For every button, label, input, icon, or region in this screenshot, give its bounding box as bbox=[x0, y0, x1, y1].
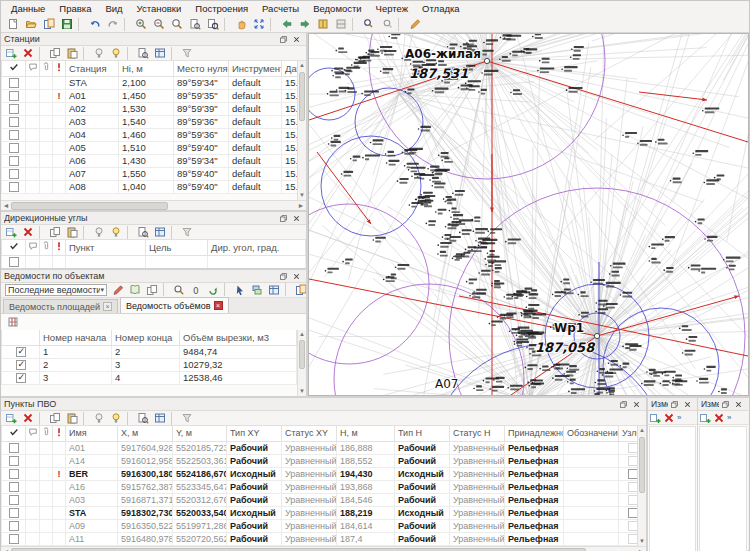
menu-item-отладка[interactable]: Отладка bbox=[416, 2, 466, 15]
search-b-icon[interactable] bbox=[378, 17, 395, 32]
float-icon[interactable] bbox=[668, 399, 681, 410]
report-icon[interactable] bbox=[152, 411, 168, 425]
tab-close-icon[interactable]: × bbox=[103, 302, 112, 311]
add-row-icon[interactable] bbox=[3, 411, 19, 425]
paste-icon[interactable] bbox=[64, 225, 80, 239]
node-checkbox[interactable] bbox=[628, 508, 638, 518]
column-header[interactable]: H, м bbox=[337, 426, 395, 441]
column-a-icon[interactable] bbox=[314, 17, 331, 32]
pencil-icon[interactable] bbox=[406, 17, 423, 32]
add-row-icon[interactable] bbox=[3, 46, 19, 60]
table-row[interactable]: 3412538,46 bbox=[2, 371, 297, 384]
pan-icon[interactable] bbox=[232, 17, 249, 32]
bulb-off-icon[interactable] bbox=[91, 225, 107, 239]
table-row[interactable]: A051,51089°59'40"default15.09 bbox=[2, 141, 298, 154]
row-checkbox[interactable] bbox=[9, 117, 19, 127]
bulb-on-icon[interactable] bbox=[108, 225, 124, 239]
check-column-icon[interactable] bbox=[2, 61, 26, 76]
new-document-icon[interactable] bbox=[4, 17, 21, 32]
column-header[interactable]: Тип XY bbox=[227, 426, 282, 441]
node-checkbox[interactable] bbox=[628, 469, 638, 479]
preview-icon[interactable] bbox=[186, 17, 203, 32]
attachment-column-icon[interactable] bbox=[40, 426, 53, 441]
table-row[interactable]: A041,46089°59'36"default15.09 bbox=[2, 128, 298, 141]
filter-icon[interactable] bbox=[179, 225, 195, 239]
paste-icon[interactable] bbox=[64, 411, 80, 425]
map-canvas[interactable]: А06-жилая187,531Wp1187,058A07 bbox=[308, 33, 749, 396]
column-header[interactable]: Тип H bbox=[395, 426, 450, 441]
row-checkbox[interactable] bbox=[9, 182, 19, 192]
node-checkbox[interactable] bbox=[628, 495, 638, 505]
edit-icon[interactable] bbox=[110, 283, 126, 297]
column-header[interactable]: Пункт bbox=[66, 240, 146, 255]
tab-close-icon[interactable]: × bbox=[214, 301, 223, 310]
zoom-window-icon[interactable] bbox=[168, 17, 185, 32]
row-checkbox[interactable] bbox=[9, 534, 19, 544]
add-row-icon[interactable] bbox=[648, 411, 662, 424]
float-icon[interactable] bbox=[277, 213, 290, 224]
import-document-icon[interactable] bbox=[40, 17, 57, 32]
zoom-in-icon[interactable] bbox=[132, 17, 149, 32]
menu-item-построения[interactable]: Построения bbox=[189, 2, 254, 15]
table-row[interactable]: A081,04089°59'40"default15.09 bbox=[2, 180, 298, 193]
row-checkbox[interactable] bbox=[9, 521, 19, 531]
row-checkbox[interactable] bbox=[9, 169, 19, 179]
comment-column-icon[interactable] bbox=[26, 426, 40, 441]
node-checkbox[interactable] bbox=[628, 456, 638, 466]
table-row[interactable]: A115916480,9785520720,562РабочийУравненн… bbox=[2, 532, 638, 545]
menu-item-правка[interactable]: Правка bbox=[53, 2, 97, 15]
table-row[interactable]: A061,43089°59'34"default15.09 bbox=[2, 154, 298, 167]
overflow-chevron-icon[interactable]: » bbox=[726, 413, 732, 422]
changes-list[interactable] bbox=[649, 426, 696, 551]
node-checkbox[interactable] bbox=[628, 534, 638, 544]
menu-item-расчеты[interactable]: Расчеты bbox=[256, 2, 305, 15]
column-header[interactable]: Номер конца bbox=[112, 330, 180, 345]
bulb-on-icon[interactable] bbox=[108, 411, 124, 425]
copy-icon[interactable] bbox=[47, 411, 63, 425]
report-grid-icon[interactable] bbox=[4, 315, 21, 330]
check-column-icon[interactable] bbox=[2, 240, 26, 255]
tab-areas[interactable]: Ведомость площадей× bbox=[3, 299, 118, 313]
report-icon[interactable] bbox=[152, 46, 168, 60]
close-icon[interactable] bbox=[681, 399, 694, 410]
table-row[interactable]: !A011,45089°59'35"default15.09 bbox=[2, 89, 298, 102]
row-checkbox[interactable] bbox=[9, 443, 19, 453]
copy-icon[interactable] bbox=[47, 225, 63, 239]
row-checkbox[interactable] bbox=[9, 143, 19, 153]
float-icon[interactable] bbox=[719, 399, 732, 410]
float-icon[interactable] bbox=[277, 34, 290, 45]
close-icon[interactable] bbox=[732, 399, 745, 410]
column-header[interactable]: Принадлежность bbox=[505, 426, 564, 441]
row-checkbox[interactable] bbox=[9, 482, 19, 492]
reports-vertical-scrollbar[interactable]: ▲▼ bbox=[297, 330, 306, 396]
menu-item-чертеж[interactable]: Чертеж bbox=[370, 2, 414, 15]
zoom-search-icon[interactable] bbox=[204, 17, 221, 32]
column-header[interactable]: Y, м bbox=[173, 426, 227, 441]
column-header[interactable]: Станция bbox=[66, 61, 119, 76]
filter-icon[interactable] bbox=[179, 411, 195, 425]
table-row[interactable]: A021,53089°59'39"default15.09 bbox=[2, 102, 298, 115]
column-header[interactable]: Обозначение bbox=[564, 426, 619, 441]
preview-icon[interactable] bbox=[135, 411, 151, 425]
error-column-icon[interactable] bbox=[53, 61, 66, 76]
bulb-on-icon[interactable] bbox=[108, 46, 124, 60]
report-icon[interactable] bbox=[152, 225, 168, 239]
comment-column-icon[interactable] bbox=[26, 240, 40, 255]
close-icon[interactable] bbox=[630, 399, 643, 410]
float-icon[interactable] bbox=[617, 399, 630, 410]
table-row[interactable]: STA2,10089°59'34"default15.09 bbox=[2, 76, 298, 89]
node-checkbox[interactable] bbox=[628, 482, 638, 492]
menu-item-ведомости[interactable]: Ведомости bbox=[307, 2, 367, 15]
row-checkbox[interactable] bbox=[9, 104, 19, 114]
row-checkbox[interactable] bbox=[9, 508, 19, 518]
table-row[interactable]: STA5918302,7305520033,540ИсходныйУравнен… bbox=[2, 506, 638, 519]
redo-icon[interactable] bbox=[104, 17, 121, 32]
row-checkbox[interactable] bbox=[9, 156, 19, 166]
preview-icon[interactable] bbox=[135, 225, 151, 239]
import-document-icon[interactable] bbox=[293, 283, 306, 297]
table-row[interactable]: A071,55089°59'40"default15.09 bbox=[2, 167, 298, 180]
column-header[interactable]: X, м bbox=[118, 426, 173, 441]
column-header[interactable]: Цель bbox=[146, 240, 208, 255]
node-checkbox[interactable] bbox=[628, 521, 638, 531]
table-row[interactable]: A095916350,5225519971,286РабочийУравненн… bbox=[2, 519, 638, 532]
